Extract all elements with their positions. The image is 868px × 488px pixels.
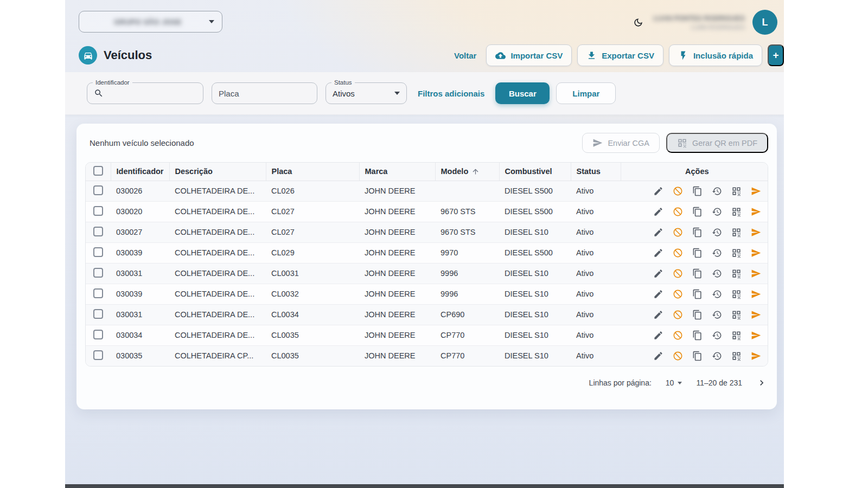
send-cga-button[interactable]: Enviar CGA — [582, 133, 660, 153]
qr-code-icon[interactable] — [731, 186, 742, 196]
generate-qr-pdf-label: Gerar QR em PDF — [692, 139, 757, 147]
send-icon[interactable] — [751, 330, 761, 341]
pagination: Linhas por página: 10 11–20 de 231 — [76, 367, 777, 388]
col-modelo[interactable]: Modelo — [435, 163, 499, 181]
edit-icon[interactable] — [653, 289, 663, 299]
status-select[interactable]: Status Ativos — [326, 82, 407, 104]
edit-icon[interactable] — [653, 310, 663, 320]
rows-per-page-select[interactable]: 10 — [666, 378, 682, 387]
block-icon[interactable] — [673, 268, 683, 279]
row-checkbox[interactable] — [93, 268, 103, 278]
table-row: 030039 COLHETADEIRA DE... CL0032 JOHN DE… — [86, 284, 768, 304]
block-icon[interactable] — [673, 186, 683, 196]
send-icon[interactable] — [751, 248, 761, 258]
history-icon[interactable] — [712, 289, 722, 299]
edit-icon[interactable] — [653, 351, 663, 361]
row-checkbox[interactable] — [93, 227, 103, 236]
search-button[interactable]: Buscar — [495, 82, 550, 104]
avatar[interactable]: L — [752, 10, 777, 35]
edit-icon[interactable] — [653, 186, 663, 196]
row-checkbox[interactable] — [93, 350, 103, 360]
back-button[interactable]: Voltar — [454, 51, 476, 60]
col-marca[interactable]: Marca — [359, 163, 435, 181]
cloud-upload-icon — [495, 50, 506, 61]
history-icon[interactable] — [712, 310, 722, 320]
qr-code-icon[interactable] — [731, 227, 742, 237]
qr-code-icon[interactable] — [731, 310, 742, 320]
qr-code-icon[interactable] — [731, 330, 742, 341]
history-icon[interactable] — [712, 207, 722, 217]
edit-icon[interactable] — [653, 330, 663, 341]
quick-add-button[interactable]: Inclusão rápida — [669, 44, 762, 66]
qr-code-icon[interactable] — [731, 248, 742, 258]
send-icon[interactable] — [751, 186, 761, 196]
send-icon[interactable] — [751, 351, 761, 361]
col-identificador[interactable]: Identificador — [111, 163, 169, 181]
edit-icon[interactable] — [653, 227, 663, 237]
history-icon[interactable] — [712, 227, 722, 237]
qr-code-icon[interactable] — [731, 351, 742, 361]
dark-mode-toggle[interactable] — [630, 15, 646, 30]
col-descricao[interactable]: Descrição — [169, 163, 266, 181]
row-checkbox[interactable] — [93, 288, 103, 298]
block-icon[interactable] — [673, 310, 683, 320]
row-checkbox[interactable] — [93, 185, 103, 195]
clear-button[interactable]: Limpar — [556, 82, 616, 104]
generate-qr-pdf-button[interactable]: Gerar QR em PDF — [666, 133, 768, 153]
select-all-checkbox[interactable] — [93, 166, 103, 176]
col-placa[interactable]: Placa — [266, 163, 359, 181]
cell-model: 9970 — [435, 242, 499, 263]
send-icon[interactable] — [751, 310, 761, 320]
block-icon[interactable] — [673, 289, 683, 299]
block-icon[interactable] — [673, 207, 683, 217]
additional-filters-link[interactable]: Filtros adicionais — [418, 89, 484, 98]
send-icon[interactable] — [751, 268, 761, 279]
identifier-field[interactable]: Identificador — [87, 82, 203, 104]
copy-icon[interactable] — [692, 289, 703, 299]
history-icon[interactable] — [712, 186, 722, 196]
history-icon[interactable] — [712, 330, 722, 341]
qr-code-icon[interactable] — [731, 289, 742, 299]
export-csv-button[interactable]: Exportar CSV — [577, 44, 663, 66]
history-icon[interactable] — [712, 248, 722, 258]
history-icon[interactable] — [712, 268, 722, 279]
send-icon[interactable] — [751, 207, 761, 217]
identifier-input[interactable] — [108, 89, 196, 98]
add-vehicle-button[interactable]: + — [768, 44, 784, 66]
row-checkbox[interactable] — [93, 247, 103, 257]
copy-icon[interactable] — [692, 186, 703, 196]
group-selector-dropdown[interactable]: GRUPO SÃO JOSE — [79, 11, 222, 33]
block-icon[interactable] — [673, 330, 683, 341]
copy-icon[interactable] — [692, 351, 703, 361]
col-combustivel[interactable]: Combustivel — [499, 163, 571, 181]
block-icon[interactable] — [673, 227, 683, 237]
send-icon[interactable] — [751, 227, 761, 237]
copy-icon[interactable] — [692, 310, 703, 320]
edit-icon[interactable] — [653, 207, 663, 217]
plate-field[interactable] — [212, 82, 317, 104]
copy-icon[interactable] — [692, 330, 703, 341]
block-icon[interactable] — [673, 248, 683, 258]
edit-icon[interactable] — [653, 268, 663, 279]
header-actions: Voltar Importar CSV Exportar CSV — [454, 44, 784, 66]
send-icon[interactable] — [751, 289, 761, 299]
col-status[interactable]: Status — [571, 163, 621, 181]
copy-icon[interactable] — [692, 207, 703, 217]
row-checkbox[interactable] — [93, 309, 103, 319]
block-icon[interactable] — [673, 351, 683, 361]
next-page-button[interactable] — [756, 377, 767, 388]
copy-icon[interactable] — [692, 268, 703, 279]
row-checkbox[interactable] — [93, 330, 103, 339]
plate-input[interactable] — [219, 89, 310, 98]
qr-code-icon[interactable] — [731, 268, 742, 279]
history-icon[interactable] — [712, 351, 722, 361]
qr-code-icon[interactable] — [731, 207, 742, 217]
row-checkbox[interactable] — [93, 206, 103, 216]
cell-brand: JOHN DEERE — [359, 325, 435, 345]
cell-brand: JOHN DEERE — [359, 304, 435, 325]
copy-icon[interactable] — [692, 248, 703, 258]
edit-icon[interactable] — [653, 248, 663, 258]
import-csv-button[interactable]: Importar CSV — [486, 44, 572, 66]
cell-actions — [621, 201, 768, 222]
copy-icon[interactable] — [692, 227, 703, 237]
